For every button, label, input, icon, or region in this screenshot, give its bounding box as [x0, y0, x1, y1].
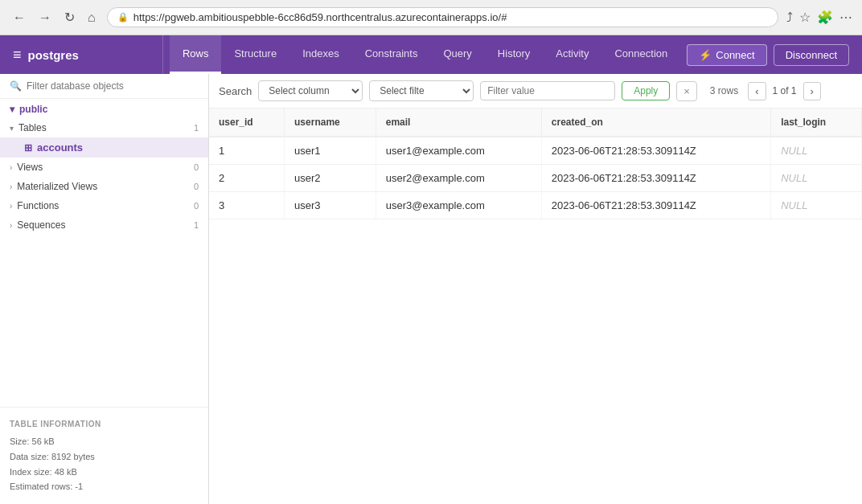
data-size-value: 8192 bytes	[51, 452, 95, 461]
chevron-right-icon: ›	[10, 163, 12, 172]
sequences-group-header[interactable]: › Sequences 1	[0, 215, 208, 235]
back-button[interactable]: ←	[10, 9, 29, 27]
main-content: Search Select column Select filte Apply …	[209, 74, 862, 504]
data-size-row: Data size: 8192 bytes	[10, 449, 199, 465]
cell-email: user2@example.com	[376, 165, 541, 192]
tab-query[interactable]: Query	[430, 35, 484, 74]
functions-count: 0	[194, 201, 199, 211]
sidebar-tree: ▾ public ▾ Tables 1 ⊞ accounts	[0, 99, 208, 407]
filter-type-select[interactable]: Select filte	[369, 80, 474, 101]
tab-connection[interactable]: Connection	[601, 35, 680, 74]
filter-input[interactable]	[27, 80, 199, 92]
browser-actions: ⤴ ☆ 🧩 ⋯	[786, 10, 852, 25]
col-last_login: last_login	[771, 109, 862, 137]
index-size-value: 48 kB	[55, 467, 77, 477]
schema-label: public	[19, 104, 47, 115]
forward-button[interactable]: →	[35, 9, 55, 27]
col-created_on: created_on	[541, 109, 770, 137]
extension-button[interactable]: 🧩	[817, 10, 833, 25]
prev-page-button[interactable]: ‹	[748, 82, 766, 100]
cell-username: user2	[285, 165, 376, 192]
views-group-header[interactable]: › Views 0	[0, 158, 208, 177]
size-label: Size:	[10, 436, 29, 446]
share-button[interactable]: ⤴	[786, 10, 793, 25]
cell-user_id: 3	[209, 192, 285, 219]
col-user_id: user_id	[209, 109, 285, 137]
tab-constraints[interactable]: Constraints	[352, 35, 431, 74]
index-size-label: Index size:	[10, 467, 52, 477]
table-row[interactable]: 2user2user2@example.com2023-06-06T21:28:…	[209, 165, 862, 192]
disconnect-button[interactable]: Disconnect	[774, 44, 849, 66]
col-email: email	[376, 109, 541, 137]
browser-controls: ← → ↻ ⌂	[10, 8, 99, 27]
chevron-right-icon: ›	[10, 221, 12, 230]
refresh-button[interactable]: ↻	[61, 8, 78, 27]
address-bar[interactable]: 🔒 https://pgweb.ambitiouspebble-6cc86d59…	[107, 7, 778, 27]
col-username: username	[285, 109, 376, 137]
chevron-down-icon: ▾	[10, 104, 14, 115]
rows-count: 3 rows	[710, 85, 738, 96]
mat-views-count: 0	[194, 182, 199, 191]
table-container: user_id username email created_on last_l…	[209, 109, 862, 504]
mat-views-label: Materialized Views	[17, 181, 97, 192]
data-table: user_id username email created_on last_l…	[209, 109, 862, 219]
connect-button[interactable]: ⚡ Connect	[687, 44, 766, 66]
est-rows-value: -1	[75, 481, 83, 491]
filter-value-input[interactable]	[480, 81, 615, 100]
tables-group-header[interactable]: ▾ Tables 1	[0, 118, 208, 137]
header-nav: Rows Structure Indexes Constraints Query…	[163, 35, 687, 74]
mat-views-group-header[interactable]: › Materialized Views 0	[0, 177, 208, 196]
connect-label: Connect	[716, 49, 754, 61]
tables-label: Tables	[18, 122, 47, 133]
bookmark-button[interactable]: ☆	[799, 10, 811, 25]
est-rows-label: Estimated rows:	[10, 481, 72, 491]
chevron-right-icon: ›	[10, 202, 12, 211]
tables-group-left: ▾ Tables	[10, 122, 47, 133]
sequences-count: 1	[194, 220, 199, 230]
apply-button[interactable]: Apply	[622, 81, 670, 100]
sequences-group-left: › Sequences	[10, 219, 65, 231]
materialized-views-group: › Materialized Views 0	[0, 177, 208, 196]
connect-icon: ⚡	[699, 49, 712, 61]
column-select[interactable]: Select column	[258, 80, 363, 101]
cell-username: user3	[285, 192, 376, 219]
table-item-accounts[interactable]: ⊞ accounts	[0, 137, 208, 158]
functions-group-left: › Functions	[10, 200, 59, 211]
body-layout: 🔍 ▾ public ▾ Tables 1	[0, 74, 862, 504]
functions-group-header[interactable]: › Functions 0	[0, 196, 208, 215]
tab-rows[interactable]: Rows	[170, 35, 222, 74]
sidebar: 🔍 ▾ public ▾ Tables 1	[0, 74, 209, 504]
chevron-down-icon: ▾	[10, 124, 14, 133]
sequences-label: Sequences	[17, 219, 65, 231]
search-label: Search	[219, 85, 252, 97]
est-rows-row: Estimated rows: -1	[10, 479, 199, 494]
search-icon: 🔍	[10, 80, 22, 92]
tab-activity[interactable]: Activity	[543, 35, 601, 74]
page-info: 1 of 1	[770, 85, 800, 96]
table-icon: ⊞	[24, 142, 32, 154]
views-group-left: › Views	[10, 162, 43, 173]
views-label: Views	[17, 162, 43, 173]
table-row[interactable]: 3user3user3@example.com2023-06-06T21:28:…	[209, 192, 862, 219]
next-page-button[interactable]: ›	[803, 82, 821, 100]
size-value: 56 kB	[32, 436, 55, 446]
header-row: user_id username email created_on last_l…	[209, 109, 862, 137]
cell-created_on: 2023-06-06T21:28:53.309114Z	[541, 192, 770, 219]
home-button[interactable]: ⌂	[84, 9, 99, 27]
tab-history[interactable]: History	[485, 35, 543, 74]
clear-filter-button[interactable]: ×	[676, 81, 697, 101]
header: ≡ postgres Rows Structure Indexes Constr…	[0, 35, 862, 74]
pagination: ‹ 1 of 1 ›	[748, 82, 821, 100]
header-actions: ⚡ Connect Disconnect	[687, 44, 862, 66]
table-name: accounts	[37, 141, 83, 154]
table-information: TABLE INFORMATION Size: 56 kB Data size:…	[0, 407, 208, 504]
functions-group: › Functions 0	[0, 196, 208, 215]
browser-chrome: ← → ↻ ⌂ 🔒 https://pgweb.ambitiouspebble-…	[0, 0, 862, 35]
schema-section[interactable]: ▾ public	[0, 99, 208, 118]
data-size-label: Data size:	[10, 452, 49, 461]
menu-button[interactable]: ⋯	[839, 10, 852, 25]
header-brand: ≡ postgres	[0, 35, 163, 74]
tab-structure[interactable]: Structure	[221, 35, 289, 74]
tab-indexes[interactable]: Indexes	[289, 35, 352, 74]
table-row[interactable]: 1user1user1@example.com2023-06-06T21:28:…	[209, 137, 862, 165]
